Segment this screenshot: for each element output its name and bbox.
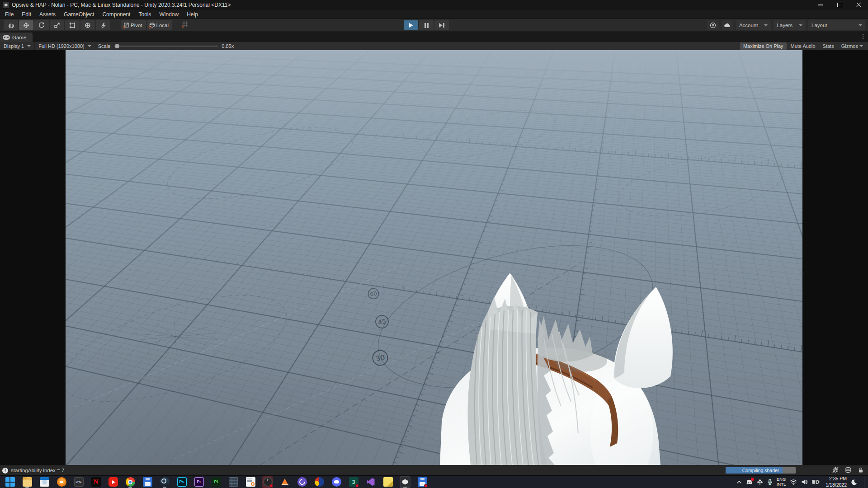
maximize-icon[interactable]	[830, 0, 849, 10]
menu-tools[interactable]: Tools	[134, 10, 155, 19]
language-indicator[interactable]: ENG INTL	[777, 477, 786, 487]
photoshop[interactable]: Ps	[176, 476, 187, 488]
menu-edit[interactable]: Edit	[18, 10, 35, 19]
hand-tool-icon[interactable]	[4, 20, 18, 30]
rect-tool-icon[interactable]	[65, 20, 80, 30]
local-label: Local	[156, 23, 169, 28]
console-message[interactable]: startingAbility.Index = 7	[11, 468, 64, 473]
tab-strip-menu-icon[interactable]	[863, 34, 864, 39]
menu-component[interactable]: Component	[98, 10, 134, 19]
account-label: Account	[739, 23, 758, 28]
battery-charging-icon[interactable]	[812, 479, 820, 484]
torrent-app[interactable]	[297, 476, 307, 488]
menu-help[interactable]: Help	[183, 10, 202, 19]
manipulator-tray-icon[interactable]	[757, 479, 763, 485]
unity-app-icon	[3, 2, 9, 8]
menu-assets[interactable]: Assets	[35, 10, 60, 19]
status-bar-icons	[832, 465, 864, 475]
cache-server-icon[interactable]	[844, 466, 852, 474]
discord-notification-badge	[751, 478, 754, 481]
sticky-notes[interactable]	[382, 476, 393, 488]
calculator[interactable]	[228, 476, 239, 488]
discord-tray-icon[interactable]	[746, 479, 753, 485]
custom-tool-icon[interactable]	[96, 20, 110, 30]
microphone-icon[interactable]	[767, 479, 773, 485]
blue-disk-app[interactable]	[142, 476, 153, 488]
unity-editor[interactable]	[400, 476, 410, 488]
steam[interactable]	[159, 476, 170, 488]
transform-tools	[4, 20, 110, 30]
file-search-app[interactable]	[245, 476, 256, 488]
layers-label: Layers	[777, 23, 793, 28]
cloud-icon[interactable]	[722, 20, 733, 30]
scale-slider-knob[interactable]	[115, 44, 119, 48]
layout-label: Layout	[811, 23, 827, 28]
gizmos-dropdown[interactable]: Gizmos	[838, 42, 866, 50]
resolution-dropdown[interactable]: Full HD (868x488)	[35, 42, 95, 50]
transform-tool-icon[interactable]	[80, 20, 95, 30]
step-button[interactable]	[434, 20, 449, 30]
layers-dropdown[interactable]: Layers	[774, 20, 806, 30]
substance-painter[interactable]: Pt	[211, 476, 222, 488]
play-button[interactable]	[404, 20, 418, 30]
visual-studio[interactable]	[365, 476, 376, 488]
taskbar-clock[interactable]: 2:35 PM 1/18/2022	[826, 476, 847, 488]
local-toggle[interactable]: Local	[147, 20, 173, 30]
epic-games[interactable]: EPIC	[73, 476, 84, 488]
scale-control: Scale 0.85x	[98, 43, 234, 49]
discord[interactable]	[331, 476, 342, 488]
mute-audio-toggle[interactable]: Mute Audio	[788, 42, 819, 50]
system-tray: ENG INTL 2:35 PM 1/18/2022	[736, 476, 868, 488]
security-app[interactable]	[314, 476, 325, 488]
microsoft-store[interactable]	[39, 476, 50, 488]
volume-icon[interactable]	[801, 479, 808, 485]
lock-icon[interactable]	[857, 466, 864, 474]
focus-assist-moon-icon[interactable]	[851, 479, 857, 485]
scale-slider[interactable]	[114, 46, 218, 47]
layout-dropdown[interactable]: Layout	[808, 20, 865, 30]
display-label: Display 1	[4, 43, 24, 49]
grid-snap-icon[interactable]	[181, 20, 189, 30]
scale-value: 0.85x	[222, 43, 234, 49]
vlc[interactable]	[279, 476, 290, 488]
menu-window[interactable]: Window	[155, 10, 183, 19]
notification-badge	[269, 484, 273, 488]
file-explorer[interactable]	[22, 476, 33, 488]
menu-file[interactable]: File	[1, 10, 18, 19]
backup-app[interactable]	[417, 476, 428, 488]
rotate-tool-icon[interactable]	[34, 20, 49, 30]
tab-game[interactable]: Game	[0, 33, 33, 42]
game-tab-label: Game	[12, 35, 26, 40]
stats-toggle[interactable]: Stats	[820, 42, 837, 50]
debugger-detached-icon[interactable]	[832, 466, 839, 474]
blender[interactable]	[56, 476, 67, 488]
show-desktop-strip[interactable]	[864, 476, 866, 488]
youtube[interactable]	[108, 476, 118, 488]
chrome[interactable]	[125, 476, 136, 488]
game-render-area[interactable]: 60 45 30 14	[66, 50, 802, 465]
version-control-icon[interactable]	[707, 20, 719, 30]
display-dropdown[interactable]: Display 1	[0, 42, 34, 50]
menu-gameobject[interactable]: GameObject	[60, 10, 98, 19]
notification-badge	[355, 484, 359, 488]
chevron-down-icon	[88, 45, 91, 47]
premiere-pro[interactable]: Pr	[193, 476, 204, 488]
start-button[interactable]	[5, 476, 15, 488]
tab-strip: Game	[0, 32, 868, 42]
tray-overflow-chevron-icon[interactable]	[736, 480, 742, 484]
move-tool-icon[interactable]	[19, 20, 33, 30]
maximize-on-play-toggle[interactable]: Maximize On Play	[740, 42, 787, 50]
scale-tool-icon[interactable]	[50, 20, 64, 30]
status-bar: startingAbility.Index = 7 Compiling shad…	[0, 465, 868, 475]
pivot-toggle[interactable]: Pivot	[121, 20, 146, 30]
recorder-app[interactable]	[262, 476, 273, 488]
netflix[interactable]: N	[90, 476, 101, 488]
3ds-max[interactable]: 3	[348, 476, 359, 488]
game-toolbar-right: Maximize On Play Mute Audio Stats Gizmos	[740, 42, 866, 50]
minimize-icon[interactable]	[811, 0, 830, 10]
pause-button[interactable]	[419, 20, 434, 30]
wifi-icon[interactable]	[790, 479, 797, 485]
account-dropdown[interactable]: Account	[736, 20, 771, 30]
close-icon[interactable]	[849, 0, 868, 10]
menu-bar: File Edit Assets GameObject Component To…	[0, 10, 868, 19]
